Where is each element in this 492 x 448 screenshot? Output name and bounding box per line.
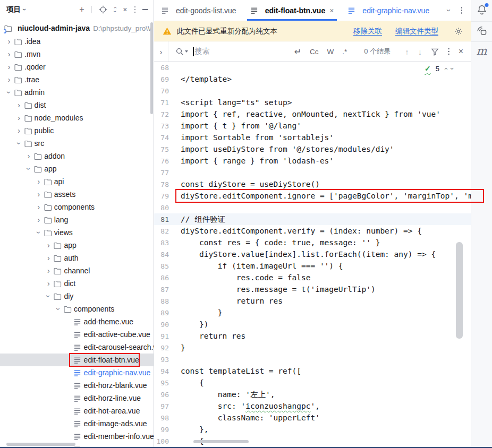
hidden-tabs-button[interactable]: › — [445, 9, 454, 12]
tree-item-edit-active-cube.vue[interactable]: edit-active-cube.vue — [0, 328, 154, 341]
tree-chevron-icon[interactable]: › — [4, 50, 14, 58]
tree-chevron-icon[interactable]: › — [5, 88, 13, 97]
maven-button[interactable]: m — [477, 45, 487, 57]
tree-chevron-icon[interactable]: › — [24, 164, 33, 174]
tree-item-.mvn[interactable]: ›.mvn — [0, 48, 154, 61]
tree-item-public[interactable]: ›public — [0, 124, 154, 137]
locate-file-button[interactable] — [99, 5, 107, 14]
line-number[interactable]: 88 — [154, 297, 169, 305]
tree-item-node_modules[interactable]: ›node_modules — [0, 111, 154, 124]
tree-chevron-icon[interactable]: › — [54, 304, 63, 314]
tree-chevron-icon[interactable]: › — [34, 203, 44, 211]
tree-item-app[interactable]: ›app — [0, 162, 154, 175]
tree-chevron-icon[interactable]: › — [34, 190, 44, 199]
line-number[interactable]: 90 — [154, 321, 169, 329]
line-number[interactable]: 99 — [154, 426, 169, 434]
remove-association-link[interactable]: 移除关联 — [353, 27, 382, 36]
tree-item-edit-horz-line.vue[interactable]: edit-horz-line.vue — [0, 392, 154, 404]
line-number[interactable]: 69 — [154, 75, 169, 83]
tree-item-dist[interactable]: ›dist — [0, 99, 154, 111]
search-input[interactable]: 搜索 ↵ Cc W .* 0 个结果 ↑ ↓ × — [168, 41, 471, 62]
tree-chevron-icon[interactable]: › — [14, 101, 24, 109]
line-number[interactable]: 96 — [154, 391, 169, 399]
tree-chevron-icon[interactable]: › — [14, 114, 24, 122]
line-number[interactable]: 85 — [154, 262, 169, 270]
tree-vertical-scrollbar[interactable] — [150, 22, 153, 114]
line-number[interactable]: 73 — [154, 122, 169, 130]
line-number[interactable]: 70 — [154, 87, 169, 95]
line-number[interactable]: 98 — [154, 414, 169, 422]
tree-item-lang[interactable]: ›lang — [0, 213, 154, 226]
line-number[interactable]: 76 — [154, 157, 169, 165]
tree-item-edit-hot-area.vue[interactable]: edit-hot-area.vue — [0, 404, 154, 417]
tree-chevron-icon[interactable]: › — [44, 266, 53, 275]
tree-item-dict[interactable]: ›dict — [0, 277, 154, 290]
line-number[interactable]: 82 — [154, 227, 169, 235]
tree-item-views[interactable]: ›views — [0, 226, 154, 239]
banner-settings-button[interactable] — [454, 27, 463, 36]
tree-chevron-icon[interactable]: › — [15, 139, 23, 148]
editor-horizontal-scrollbar[interactable] — [193, 440, 249, 443]
tree-item-auth[interactable]: ›auth — [0, 252, 154, 264]
next-problem-button[interactable]: › — [448, 67, 456, 70]
tree-chevron-icon[interactable]: › — [35, 228, 43, 237]
tree-horizontal-scrollbar[interactable] — [6, 443, 75, 446]
line-number[interactable]: 87 — [154, 286, 169, 294]
tree-item-.qoder[interactable]: ›.qoder — [0, 61, 154, 73]
line-number[interactable]: 97 — [154, 402, 169, 410]
tree-item-edit-image-ads.vue[interactable]: edit-image-ads.vue — [0, 417, 154, 430]
line-number[interactable]: 74 — [154, 134, 169, 142]
filter-button[interactable] — [431, 48, 439, 56]
expand-collapse-button[interactable]: ›› — [114, 6, 116, 13]
line-number[interactable]: 80 — [154, 204, 169, 212]
line-number[interactable]: 75 — [154, 145, 169, 153]
search-options-button[interactable] — [448, 48, 449, 55]
tree-chevron-icon[interactable]: › — [44, 241, 53, 249]
tree-chevron-icon[interactable]: › — [34, 216, 44, 224]
tree-chevron-icon[interactable]: › — [4, 75, 14, 84]
tab-edit-goods-list[interactable]: edit-goods-list.vue — [154, 0, 243, 21]
words-toggle[interactable]: W — [327, 48, 334, 56]
code-editor[interactable]: 6869</template>7071<script lang="ts" set… — [154, 62, 471, 448]
tree-item-diy[interactable]: ›diy — [0, 290, 154, 303]
tree-item-edit-member-info.vue[interactable]: edit-member-info.vue — [0, 430, 154, 443]
close-search-button[interactable]: × — [459, 47, 463, 56]
line-number[interactable]: 81 — [154, 216, 169, 223]
tree-item-add-theme.vue[interactable]: add-theme.vue — [0, 315, 154, 328]
newline-icon[interactable]: ↵ — [294, 47, 301, 57]
line-number[interactable]: 78 — [154, 180, 169, 188]
tree-item-addon[interactable]: ›addon — [0, 150, 154, 162]
regex-toggle[interactable]: .* — [342, 48, 347, 56]
tab-options-button[interactable] — [461, 7, 463, 14]
tree-chevron-icon[interactable]: › — [44, 291, 53, 301]
tree-item-components[interactable]: ›components — [0, 201, 154, 213]
tree-item-.idea[interactable]: ›.idea — [0, 35, 154, 48]
tab-edit-float-btn[interactable]: edit-float-btn.vue × — [243, 0, 341, 21]
line-number[interactable]: 93 — [154, 356, 169, 364]
line-number[interactable]: 71 — [154, 99, 169, 107]
line-number[interactable]: 68 — [154, 64, 169, 72]
ai-assistant-button[interactable] — [476, 25, 487, 37]
previous-match-button[interactable]: ↑ — [405, 47, 409, 56]
edit-file-type-link[interactable]: 编辑文件类型 — [395, 27, 438, 36]
line-number[interactable]: 84 — [154, 251, 169, 259]
next-match-button[interactable]: ↓ — [418, 47, 422, 56]
tree-item-api[interactable]: ›api — [0, 175, 154, 188]
add-button[interactable]: + — [79, 5, 84, 14]
tree-chevron-icon[interactable]: › — [14, 126, 24, 135]
tree-chevron-icon[interactable]: › — [44, 279, 53, 288]
tree-chevron-icon[interactable]: › — [24, 152, 33, 160]
tree-chevron-icon[interactable]: › — [4, 63, 14, 71]
line-number[interactable]: 89 — [154, 309, 169, 317]
inspection-widget[interactable]: ✓ 5 › › — [425, 64, 454, 73]
tree-chevron-icon[interactable]: › — [34, 177, 44, 186]
collapse-all-button[interactable]: × — [123, 6, 127, 13]
tree-item-components[interactable]: ›components — [0, 303, 154, 315]
line-number[interactable]: 79 — [154, 192, 169, 200]
match-case-toggle[interactable]: Cc — [310, 48, 319, 56]
more-options-button[interactable] — [134, 6, 136, 13]
line-number[interactable]: 95 — [154, 379, 169, 387]
line-number[interactable]: 77 — [154, 169, 169, 177]
project-root-row[interactable]: niucloud-admin-java D:\phpstudy_pro\WWW — [4, 22, 150, 35]
editor-vertical-scrollbar[interactable] — [456, 242, 463, 339]
